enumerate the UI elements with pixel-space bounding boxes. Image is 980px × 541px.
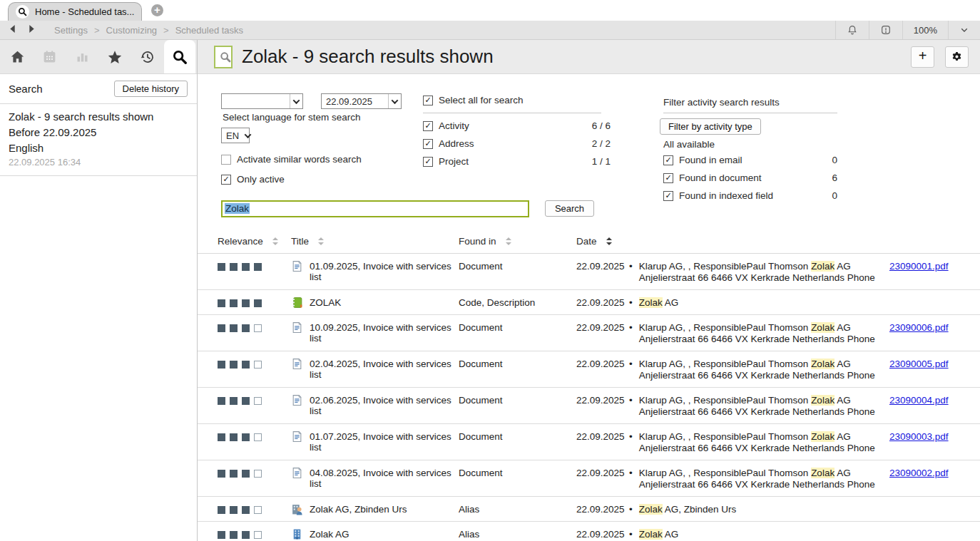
relevance-cell — [218, 504, 291, 514]
invoice-document-icon — [291, 321, 303, 334]
browser-tab[interactable]: Home - Scheduled tas... — [8, 2, 142, 21]
relevance-square — [254, 470, 262, 478]
relevance-square — [230, 324, 238, 332]
filter-checkbox-found-in-document[interactable]: Found in document 6 — [663, 169, 837, 187]
search-input[interactable]: Zolak — [221, 200, 529, 217]
calendar-icon[interactable] — [34, 40, 66, 73]
result-title: 01.09.2025, Invoice with services list — [310, 261, 454, 282]
search-button[interactable]: Search — [545, 200, 594, 217]
table-row[interactable]: 10.09.2025, Invoice with services list D… — [198, 315, 980, 351]
back-icon[interactable] — [9, 24, 16, 36]
similar-words-checkbox[interactable]: Activate similar words search — [221, 154, 362, 165]
search-icon[interactable] — [164, 40, 195, 73]
search-form: 22.09.2025 Select language for stem sear… — [198, 74, 980, 229]
column-relevance[interactable]: Relevance — [218, 236, 263, 247]
relevance-square — [242, 470, 250, 478]
sort-found-in-icon[interactable] — [506, 237, 511, 245]
relevance-square — [242, 506, 250, 514]
result-title: 02.06.2025, Invoice with services list — [310, 395, 454, 416]
chevron-down-icon — [392, 97, 399, 104]
table-row[interactable]: Zolak AG Alias 22.09.2025 • Zolak AG — [198, 522, 980, 541]
new-tab-button[interactable]: + — [151, 4, 163, 16]
filter-checkbox-found-in-indexed-field[interactable]: Found in indexed field 0 — [663, 187, 837, 205]
snippet-cell: • Klarup AG, , ResponsiblePaul Thomson Z… — [629, 431, 889, 454]
relevance-square — [254, 531, 262, 539]
zoom-level[interactable]: 100% — [902, 21, 948, 39]
breadcrumb-scheduled-tasks[interactable]: Scheduled tasks — [175, 25, 243, 36]
category-checkbox-project[interactable]: Project 1 / 1 — [423, 153, 611, 170]
pdf-link[interactable]: 23090002.pdf — [889, 468, 949, 478]
relevance-cell — [218, 529, 291, 539]
pdf-link[interactable]: 23090006.pdf — [889, 322, 949, 333]
results-body: 01.09.2025, Invoice with services list D… — [198, 254, 980, 541]
filter-checkbox-found-in-email[interactable]: Found in email 0 — [663, 151, 837, 169]
found-in-cell: Document — [459, 468, 576, 478]
alert-icon[interactable] — [869, 21, 902, 39]
results-table: Relevance Title Found in Date 01.09.2025… — [198, 229, 980, 541]
category-checkbox-address[interactable]: Address 2 / 2 — [423, 135, 611, 153]
bell-icon[interactable] — [835, 21, 869, 39]
found-in-cell: Document — [459, 431, 576, 442]
breadcrumb-bar: Settings > Customizing > Scheduled tasks… — [0, 21, 980, 40]
table-row[interactable]: Zolak AG, Zbinden Urs Alias 22.09.2025 •… — [198, 497, 980, 522]
relevance-square — [230, 433, 238, 441]
relevance-square — [218, 531, 225, 539]
pdf-link[interactable]: 23090004.pdf — [889, 395, 949, 406]
filter-scope-label: All available — [663, 139, 715, 150]
highlighted-term: Zolak — [811, 322, 834, 333]
relevance-cell — [218, 322, 291, 332]
relevance-square — [218, 433, 225, 441]
gear-icon[interactable] — [945, 46, 969, 68]
column-date[interactable]: Date — [576, 236, 597, 247]
date-combobox[interactable]: 22.09.2025 — [321, 93, 402, 109]
delete-history-button[interactable]: Delete history — [114, 81, 188, 97]
sort-title-icon[interactable] — [318, 237, 324, 245]
table-row[interactable]: ZOLAK Code, Description 22.09.2025 • Zol… — [198, 290, 980, 315]
add-button[interactable]: + — [911, 46, 934, 68]
filter-by-activity-type-button[interactable]: Filter by activity type — [660, 118, 761, 135]
relevance-square — [242, 397, 250, 405]
table-row[interactable]: 01.09.2025, Invoice with services list D… — [198, 254, 980, 290]
breadcrumb-customizing[interactable]: Customizing — [106, 25, 158, 36]
only-active-checkbox[interactable]: Only active — [221, 174, 285, 185]
column-found-in[interactable]: Found in — [459, 236, 496, 247]
breadcrumb-settings[interactable]: Settings — [54, 25, 88, 36]
pdf-link[interactable]: 23090003.pdf — [889, 431, 949, 442]
pdf-link[interactable]: 23090001.pdf — [889, 261, 949, 272]
table-row[interactable]: 01.07.2025, Invoice with services list D… — [198, 424, 980, 460]
pdf-link[interactable]: 23090005.pdf — [889, 359, 949, 369]
star-icon[interactable] — [99, 40, 131, 73]
chevron-down-icon[interactable] — [948, 21, 980, 39]
table-row[interactable]: 04.08.2025, Invoice with services list D… — [198, 460, 980, 497]
invoice-document-icon — [291, 467, 303, 479]
home-icon[interactable] — [1, 40, 33, 73]
relevance-square — [218, 361, 225, 369]
category-checkbox-activity[interactable]: Activity 6 / 6 — [423, 117, 611, 135]
bar-chart-icon[interactable] — [66, 40, 98, 73]
date-cell: 22.09.2025 — [576, 359, 629, 369]
date-cell: 22.09.2025 — [576, 468, 629, 478]
result-title: 10.09.2025, Invoice with services list — [310, 322, 454, 344]
relevance-square — [242, 324, 250, 332]
snippet-cell: • Klarup AG, , ResponsiblePaul Thomson Z… — [629, 359, 889, 381]
relevance-square — [218, 506, 225, 514]
result-title: Zolak AG — [310, 529, 349, 540]
history-item[interactable]: Zolak - 9 search results shown Before 22… — [0, 104, 197, 176]
table-row[interactable]: 02.04.2025, Invoice with services list D… — [198, 351, 980, 388]
filter-combobox[interactable] — [221, 93, 303, 109]
language-combobox[interactable]: EN — [221, 128, 250, 143]
invoice-document-icon — [291, 358, 303, 370]
table-row[interactable]: 02.06.2025, Invoice with services list D… — [198, 388, 980, 424]
relevance-square — [242, 299, 250, 307]
select-all-checkbox[interactable]: Select all for search — [423, 95, 524, 105]
relevance-square — [230, 263, 238, 271]
breadcrumb: Settings > Customizing > Scheduled tasks — [46, 25, 243, 36]
green-address-book-icon — [291, 297, 303, 309]
sort-date-icon[interactable] — [606, 237, 612, 245]
forward-icon[interactable] — [28, 24, 36, 36]
relevance-square — [230, 299, 238, 307]
history-icon[interactable] — [131, 40, 163, 73]
column-title[interactable]: Title — [291, 236, 309, 247]
relevance-square — [218, 470, 225, 478]
sort-relevance-icon[interactable] — [272, 237, 278, 245]
